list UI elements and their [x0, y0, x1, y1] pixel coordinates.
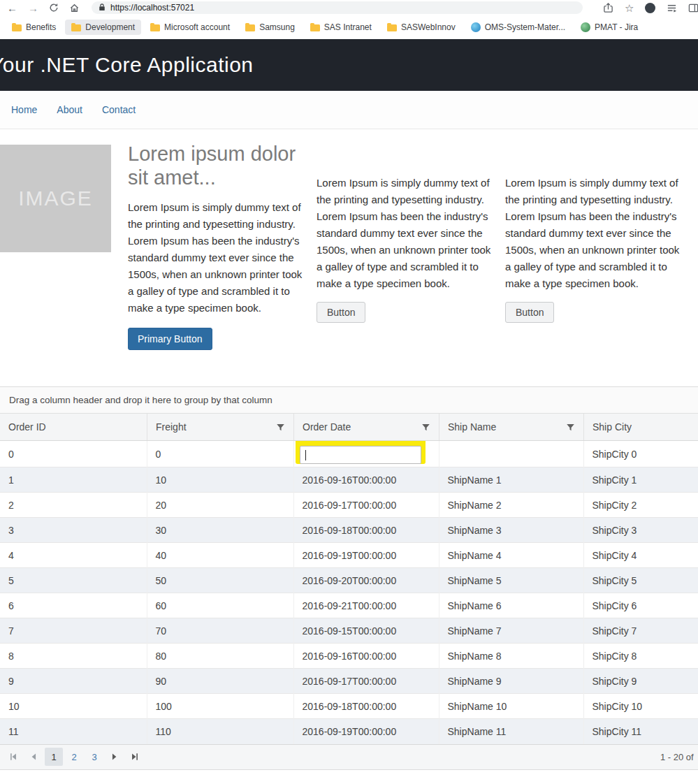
column-header-order-date[interactable]: Order Date: [293, 414, 439, 441]
back-icon[interactable]: ←: [7, 3, 17, 13]
bookmark-microsoft-account[interactable]: Microsoft account: [144, 20, 236, 35]
forward-icon[interactable]: →: [28, 3, 38, 13]
share-icon[interactable]: [603, 3, 613, 13]
table-row: 9 90 2016-09-17T00:00:00 ShipName 9 Ship…: [0, 669, 698, 694]
column-header-label: Ship City: [592, 421, 632, 433]
order-date-cell: [293, 441, 439, 467]
ship-city-cell: ShipCity 10: [583, 694, 698, 719]
ship-name-cell: ShipName 11: [439, 719, 583, 744]
last-page-button[interactable]: [126, 748, 144, 766]
folder-icon: [310, 24, 320, 31]
freight-cell: 70: [147, 618, 293, 644]
bookmark-saswebinnov[interactable]: SASWebInnov: [381, 20, 462, 35]
nav-item-contact[interactable]: Contact: [92, 97, 145, 122]
filter-icon[interactable]: [276, 423, 285, 432]
order-date-cell: 2016-09-19T00:00:00: [293, 543, 439, 568]
grid-header-row: Order ID Freight: [0, 414, 698, 441]
column-header-order-id[interactable]: Order ID: [0, 414, 147, 441]
freight-cell: 40: [147, 543, 293, 568]
column-header-freight[interactable]: Freight: [147, 414, 293, 441]
nav-item-about[interactable]: About: [47, 97, 92, 122]
oms-icon: [471, 22, 481, 32]
bookmark-benefits[interactable]: Benefits: [6, 20, 62, 35]
hero-column-2: Lorem Ipsum is simply dummy text of the …: [317, 175, 495, 323]
order-date-value: 2016-09-15T00:00:00: [303, 625, 397, 637]
next-page-button[interactable]: [106, 748, 124, 766]
folder-icon: [387, 24, 397, 31]
secondary-button-2[interactable]: Button: [505, 302, 554, 323]
order-date-cell: 2016-09-18T00:00:00: [293, 694, 439, 719]
order-id-cell: 2: [0, 493, 147, 518]
orders-grid: Drag a column header and drop it here to…: [0, 386, 698, 770]
order-id-cell: 5: [0, 568, 147, 593]
order-id-cell: 6: [0, 593, 147, 618]
order-date-value: 2016-09-19T00:00:00: [303, 726, 397, 737]
filter-icon[interactable]: [421, 423, 430, 432]
column-header-ship-city[interactable]: Ship City: [583, 414, 698, 441]
refresh-icon[interactable]: [49, 3, 59, 13]
page-1-button[interactable]: 1: [45, 748, 63, 766]
bookmark-oms-system-mater-[interactable]: OMS-System-Mater...: [465, 20, 572, 35]
table-row: 7 70 2016-09-15T00:00:00 ShipName 7 Ship…: [0, 618, 698, 644]
page-2-button[interactable]: 2: [65, 748, 83, 766]
page-3-button[interactable]: 3: [85, 748, 103, 766]
app-header: Your .NET Core Application: [0, 39, 698, 91]
previous-page-button[interactable]: [24, 748, 43, 766]
freight-cell: 100: [147, 694, 293, 719]
reading-list-icon[interactable]: [667, 3, 677, 13]
ship-name-cell: ShipName 10: [439, 694, 583, 719]
text-caret: [305, 450, 306, 460]
order-date-cell: 2016-09-19T00:00:00: [293, 719, 439, 744]
browser-toolbar: ← → https://localhost:57021 ☆: [0, 0, 698, 15]
pager-info: 1 - 20 of: [660, 745, 694, 769]
image-placeholder: IMAGE: [0, 145, 111, 252]
order-date-cell: 2016-09-17T00:00:00: [293, 493, 439, 518]
nav-item-label: Home: [11, 104, 37, 115]
side-panel-icon[interactable]: [688, 3, 698, 13]
home-icon[interactable]: [69, 3, 80, 13]
order-id-cell: 11: [0, 719, 147, 744]
ship-name-cell: ShipName 4: [439, 543, 583, 568]
url-text: https://localhost:57021: [110, 3, 194, 13]
ship-city-cell: ShipCity 3: [583, 518, 698, 543]
freight-cell: 110: [147, 719, 293, 744]
bookmark-star-icon[interactable]: ☆: [625, 3, 634, 13]
bookmark-development[interactable]: Development: [65, 20, 141, 35]
table-row: 5 50 2016-09-20T00:00:00 ShipName 5 Ship…: [0, 568, 698, 593]
browser-toolbar-right: ☆: [603, 3, 698, 13]
freight-cell: 50: [147, 568, 293, 593]
nav-item-home[interactable]: Home: [1, 97, 47, 122]
grid-group-panel[interactable]: Drag a column header and drop it here to…: [0, 387, 698, 414]
lock-icon: [99, 1, 106, 14]
table-row: 1 10 2016-09-16T00:00:00 ShipName 1 Ship…: [0, 467, 698, 493]
column-header-ship-name[interactable]: Ship Name: [439, 414, 583, 441]
nav-item-label: About: [57, 104, 82, 115]
order-date-value: 2016-09-18T00:00:00: [303, 701, 397, 712]
primary-button[interactable]: Primary Button: [128, 328, 212, 350]
bookmark-samsung[interactable]: Samsung: [239, 20, 301, 35]
filter-icon[interactable]: [566, 423, 575, 432]
first-page-button[interactable]: [4, 748, 22, 766]
order-id-cell: 3: [0, 518, 147, 543]
column-header-label: Ship Name: [448, 421, 496, 433]
page-title: Your .NET Core Application: [0, 53, 254, 77]
order-date-value: 2016-09-20T00:00:00: [303, 575, 397, 586]
hero-text-1: Lorem Ipsum is simply dummy text of the …: [128, 199, 308, 317]
bookmark-pmat-jira[interactable]: PMAT - Jira: [574, 20, 644, 35]
order-date-cell: 2016-09-20T00:00:00: [293, 568, 439, 593]
bookmark-label: PMAT - Jira: [595, 22, 638, 32]
order-date-value: 2016-09-18T00:00:00: [303, 525, 397, 536]
bookmark-sas-intranet[interactable]: SAS Intranet: [304, 20, 378, 35]
order-date-value: 2016-09-17T00:00:00: [303, 500, 397, 511]
secondary-button-1[interactable]: Button: [317, 302, 365, 323]
order-date-cell: 2016-09-18T00:00:00: [293, 518, 439, 543]
bookmark-label: SAS Intranet: [324, 22, 372, 32]
order-date-edit-input[interactable]: [300, 446, 421, 464]
freight-cell: 90: [147, 669, 293, 694]
address-bar[interactable]: https://localhost:57021: [92, 1, 583, 14]
bookmark-label: Benefits: [26, 22, 56, 32]
hero-heading: Lorem ipsum dolor sit amet...: [128, 142, 308, 189]
folder-icon: [245, 24, 255, 31]
extension-icon[interactable]: [645, 3, 655, 13]
ship-city-cell: ShipCity 11: [583, 719, 698, 744]
